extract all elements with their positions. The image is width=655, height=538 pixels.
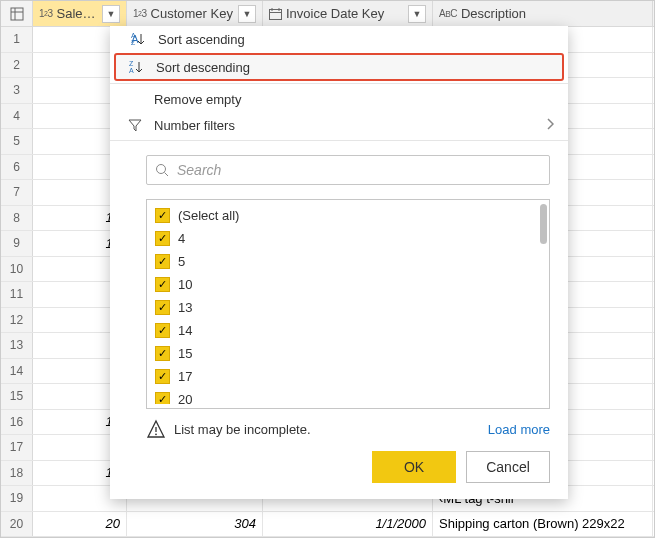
column-header-invoice-date-key[interactable]: Invoice Date Key ▼ [263,1,433,26]
table-icon [10,7,24,21]
filter-value-item[interactable]: 14 [155,319,535,342]
sort-descending[interactable]: ZA Sort descending [114,53,564,81]
number-type-icon: 123 [133,8,147,19]
column-header-sale-key[interactable]: 123 Sale Key ▼ [33,1,127,26]
row-number: 3 [1,78,33,103]
row-number: 7 [1,180,33,205]
svg-point-11 [157,165,166,174]
sort-asc-arrow-icon: AZ [128,32,150,46]
filter-value-label: 4 [178,231,185,246]
column-label: Sale Key [57,6,98,21]
incomplete-text: List may be incomplete. [174,422,311,437]
row-number: 19 [1,486,33,511]
filter-value-item[interactable]: 10 [155,273,535,296]
filter-values-list: (Select all)45101314151720 [146,199,550,409]
funnel-icon [124,118,146,132]
menu-label: Sort descending [156,60,250,75]
filter-value-label: 17 [178,369,192,384]
number-filters[interactable]: Number filters [110,112,568,138]
scrollbar-thumb[interactable] [540,204,547,244]
warning-icon [146,419,166,439]
filter-dropdown-button[interactable]: ▼ [408,5,426,23]
svg-text:Z: Z [129,60,134,67]
row-number: 17 [1,435,33,460]
filter-value-item[interactable]: 17 [155,365,535,388]
filter-value-item[interactable]: 4 [155,227,535,250]
cell-invoice-date[interactable]: 1/1/2000 [263,512,433,537]
checkbox-checked-icon[interactable] [155,254,170,269]
load-more-link[interactable]: Load more [488,422,550,437]
row-number: 11 [1,282,33,307]
filter-value-item[interactable]: 5 [155,250,535,273]
row-header-corner [1,1,33,26]
search-input[interactable] [177,162,541,178]
row-number: 9 [1,231,33,256]
number-type-icon: 123 [39,8,53,19]
svg-text:Z: Z [131,39,136,46]
checkbox-checked-icon[interactable] [155,346,170,361]
checkbox-checked-icon[interactable] [155,323,170,338]
svg-rect-3 [270,9,282,19]
svg-rect-0 [11,8,23,20]
checkbox-checked-icon[interactable] [155,208,170,223]
column-header-customer-key[interactable]: 123 Customer Key ▼ [127,1,263,26]
row-number: 13 [1,333,33,358]
table-header: 123 Sale Key ▼ 123 Customer Key ▼ Invoic… [1,1,654,27]
row-number: 12 [1,308,33,333]
filter-value-label: 15 [178,346,192,361]
menu-label: Number filters [154,118,235,133]
svg-point-14 [155,433,157,435]
checkbox-checked-icon[interactable] [155,300,170,315]
cell-description[interactable]: Shipping carton (Brown) 229x22 [433,512,653,537]
menu-label: Sort ascending [158,32,245,47]
chevron-right-icon [546,118,554,133]
cell-sale-key[interactable]: 20 [33,512,127,537]
menu-label: Remove empty [154,92,241,107]
remove-empty[interactable]: Remove empty [110,86,568,112]
search-icon [155,163,169,177]
filter-value-label: 10 [178,277,192,292]
filter-dropdown-button[interactable]: ▼ [102,5,120,23]
column-filter-menu: A AZ Sort ascending ZA Sort descending R… [110,26,568,499]
column-label: Customer Key [151,6,234,21]
ok-button[interactable]: OK [372,451,456,483]
row-number: 5 [1,129,33,154]
column-label: Invoice Date Key [286,6,404,21]
filter-dropdown-button[interactable]: ▼ [238,5,256,23]
row-number: 10 [1,257,33,282]
filter-value-item[interactable]: (Select all) [155,204,535,227]
filter-value-label: (Select all) [178,208,239,223]
row-number: 15 [1,384,33,409]
cell-customer-key[interactable]: 304 [127,512,263,537]
cancel-button[interactable]: Cancel [466,451,550,483]
row-number: 14 [1,359,33,384]
column-header-description[interactable]: ABC Description [433,1,653,26]
filter-value-label: 5 [178,254,185,269]
checkbox-checked-icon[interactable] [155,392,170,404]
row-number: 18 [1,461,33,486]
svg-text:A: A [131,32,136,39]
checkbox-checked-icon[interactable] [155,277,170,292]
filter-value-item[interactable]: 13 [155,296,535,319]
filter-value-item[interactable]: 15 [155,342,535,365]
filter-value-label: 14 [178,323,192,338]
table-row[interactable]: 20203041/1/2000Shipping carton (Brown) 2… [1,512,654,538]
row-number: 8 [1,206,33,231]
checkbox-checked-icon[interactable] [155,231,170,246]
filter-value-item[interactable]: 20 [155,388,535,404]
row-number: 1 [1,27,33,52]
svg-text:A: A [129,67,134,74]
checkbox-checked-icon[interactable] [155,369,170,384]
sort-ascending[interactable]: A AZ Sort ascending [110,26,568,52]
filter-value-label: 13 [178,300,192,315]
filter-search-box[interactable] [146,155,550,185]
svg-line-12 [165,173,169,177]
text-type-icon: ABC [439,8,457,19]
incomplete-warning: List may be incomplete. Load more [110,409,568,439]
date-type-icon [269,8,282,20]
row-number: 20 [1,512,33,537]
sort-desc-icon: ZA [126,60,148,74]
column-label: Description [461,6,646,21]
row-number: 4 [1,104,33,129]
row-number: 6 [1,155,33,180]
